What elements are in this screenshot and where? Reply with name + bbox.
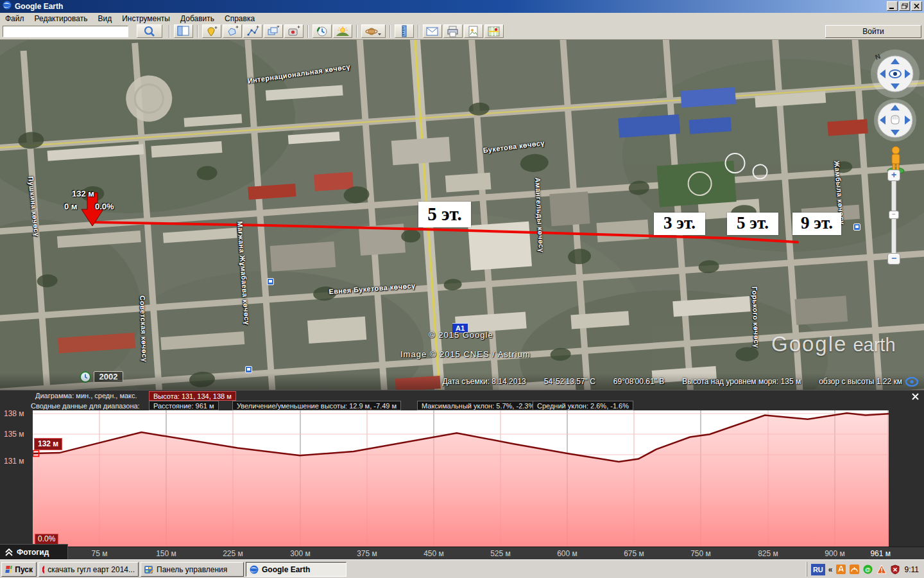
tray-icon-consultant[interactable]: [836, 565, 846, 575]
menu-tools[interactable]: Инструменты: [117, 13, 175, 24]
x-axis-tick: 150 м: [156, 549, 176, 558]
image-overlay-icon: [267, 26, 280, 37]
tray-security-shield-icon[interactable]: [890, 565, 900, 575]
login-button[interactable]: Войти: [825, 25, 921, 38]
menu-add[interactable]: Добавить: [175, 13, 219, 24]
toolbar: Войти: [0, 24, 924, 40]
satellite-map[interactable]: Интернациональная көчөсү Букетова көчөсү…: [0, 40, 924, 390]
google-earth-icon: [250, 565, 259, 574]
photo-guide-button[interactable]: Фотогид: [0, 544, 68, 559]
profile-max-slope: Максимальный уклон: 5.7%, -2.3%: [417, 401, 539, 410]
sunlight-button[interactable]: [333, 24, 352, 38]
add-path-button[interactable]: [243, 24, 262, 38]
imagery-date: Дата съемки: 8.14.2013: [442, 377, 526, 386]
google-earth-watermark: Googleearth: [771, 332, 896, 356]
tray-warning-icon[interactable]: [877, 565, 887, 575]
route-start-slope: 0.0%: [95, 202, 114, 211]
tray-icon-agent[interactable]: @: [863, 565, 873, 575]
path-icon: [246, 26, 259, 37]
ruler-button[interactable]: [395, 24, 414, 38]
ruler-icon: [398, 25, 410, 37]
add-overlay-button[interactable]: [264, 24, 283, 38]
x-axis-tick-end: 961 м: [870, 549, 891, 558]
polygon-icon: [226, 26, 239, 37]
floor-label: 9 эт.: [792, 213, 841, 235]
north-indicator: N: [874, 52, 882, 61]
search-input[interactable]: [3, 26, 128, 37]
zoom-out-button[interactable]: −: [887, 253, 900, 265]
google-earth-logo-icon: [3, 1, 12, 12]
desktop: Google Earth Файл Редактировать Вид Инст…: [0, 0, 924, 578]
move-joystick[interactable]: [873, 98, 918, 143]
menu-view[interactable]: Вид: [92, 13, 117, 24]
look-joystick[interactable]: N: [870, 49, 920, 99]
minimize-button[interactable]: [887, 1, 898, 11]
search-icon: [144, 26, 155, 37]
view-in-maps-button[interactable]: [484, 24, 504, 38]
route-start-height: 132 м: [72, 189, 94, 198]
history-clock-icon: [316, 26, 329, 37]
taskbar-item-google-earth[interactable]: Google Earth: [246, 562, 346, 577]
bus-stop-icon: [267, 278, 274, 285]
sidebar-toggle-button[interactable]: [174, 24, 193, 38]
profile-avg-slope: Средний уклон: 2.6%, -1.6%: [533, 401, 633, 410]
zoom-in-button[interactable]: +: [887, 170, 900, 181]
tray-expand-chevrons[interactable]: «: [828, 565, 833, 574]
google-maps-icon: [488, 26, 501, 37]
zoom-slider[interactable]: + − −: [887, 170, 901, 266]
x-axis-tick: 75 м: [92, 549, 108, 558]
control-panel-icon: [144, 565, 153, 574]
menu-help[interactable]: Справка: [219, 13, 260, 24]
close-profile-icon[interactable]: [911, 392, 920, 401]
record-tour-button[interactable]: [284, 24, 304, 38]
window-titlebar[interactable]: Google Earth: [0, 0, 924, 13]
system-tray: RU « @ 9:11: [807, 562, 923, 577]
x-axis-tick: 525 м: [490, 549, 511, 558]
eye-altitude: обзор с высоты 1.22 км: [819, 377, 902, 386]
placemark-icon: [205, 26, 218, 37]
add-placemark-button[interactable]: [202, 24, 221, 38]
chart-cursor-slope: 0.0%: [35, 534, 58, 545]
tray-icon-consultant-2[interactable]: [850, 565, 860, 575]
elevation-chart[interactable]: 132 м 0.0%: [33, 410, 889, 547]
print-button[interactable]: [443, 24, 463, 38]
tray-clock[interactable]: 9:11: [903, 565, 923, 574]
latitude: 54°52'13.57" С: [544, 377, 595, 386]
close-button[interactable]: [911, 1, 922, 11]
email-button[interactable]: [423, 24, 442, 38]
add-polygon-button[interactable]: [223, 24, 242, 38]
x-axis-tick: 300 м: [290, 549, 311, 558]
y-axis-tick: 131 м: [4, 457, 24, 466]
record-tour-icon: [287, 26, 300, 37]
taskbar-item-opera[interactable]: скачать гугл еарт 2014...: [38, 562, 139, 577]
historical-imagery-button[interactable]: [312, 24, 332, 38]
route-start-distance: 0 м: [64, 202, 77, 211]
save-image-icon: [468, 26, 479, 37]
zoom-handle[interactable]: −: [889, 211, 899, 219]
save-image-button[interactable]: [464, 24, 483, 38]
y-axis-tick: 138 м: [4, 409, 24, 418]
planets-button[interactable]: [361, 24, 386, 38]
x-axis-tick: 900 м: [825, 549, 845, 558]
x-axis-tick: 825 м: [758, 549, 778, 558]
window-title: Google Earth: [15, 2, 63, 11]
floor-label: 5 эт.: [418, 202, 471, 227]
profile-summary-label: Сводные данные для диапазона:: [31, 402, 140, 410]
taskbar-item-control-panel[interactable]: Панель управления: [141, 562, 244, 577]
copyright-imagery: Image © 2015 CNES / Astrium: [400, 349, 531, 359]
elevation-profile-panel: Диаграмма: мин., средн., макс. Высота: 1…: [0, 390, 924, 559]
chevrons-up-icon: [5, 548, 13, 556]
ground-altitude: Высота над уровнем моря: 135 м: [682, 377, 801, 386]
profile-height-stats: Высота: 131, 134, 138 м: [149, 391, 236, 401]
profile-distance: Расстояние: 961 м: [149, 401, 219, 410]
x-axis-tick: 750 м: [690, 549, 711, 558]
sidebar-icon: [177, 26, 190, 37]
sun-icon: [336, 26, 350, 37]
printer-icon: [447, 26, 459, 37]
menu-edit[interactable]: Редактировать: [30, 13, 93, 24]
start-button[interactable]: Пуск: [1, 562, 37, 577]
language-indicator[interactable]: RU: [811, 564, 825, 575]
search-button[interactable]: [137, 24, 162, 38]
menu-file[interactable]: Файл: [0, 13, 30, 24]
restore-button[interactable]: [899, 1, 910, 11]
